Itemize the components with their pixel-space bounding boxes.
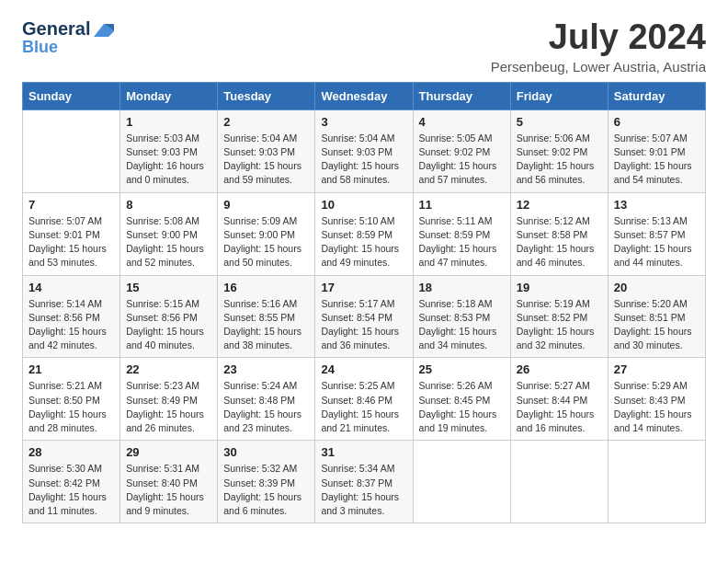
day-header-sunday: Sunday: [23, 82, 120, 109]
day-number: 21: [28, 362, 114, 376]
calendar-cell: 7Sunrise: 5:07 AM Sunset: 9:01 PM Daylig…: [23, 192, 120, 275]
day-number: 31: [321, 445, 406, 459]
calendar-cell: 18Sunrise: 5:18 AM Sunset: 8:53 PM Dayli…: [413, 275, 510, 358]
calendar-header-row: SundayMondayTuesdayWednesdayThursdayFrid…: [23, 82, 706, 109]
calendar-cell: [510, 441, 608, 523]
day-number: 30: [223, 445, 309, 459]
day-info: Sunrise: 5:12 AM Sunset: 8:58 PM Dayligh…: [517, 214, 602, 270]
day-info: Sunrise: 5:16 AM Sunset: 8:55 PM Dayligh…: [223, 297, 309, 353]
day-number: 16: [223, 281, 309, 294]
day-info: Sunrise: 5:07 AM Sunset: 9:01 PM Dayligh…: [28, 214, 114, 270]
calendar-cell: 28Sunrise: 5:30 AM Sunset: 8:42 PM Dayli…: [23, 441, 120, 523]
day-number: 22: [126, 362, 211, 376]
calendar-cell: [23, 109, 120, 192]
day-number: 23: [223, 362, 309, 376]
month-title: July 2024: [491, 18, 706, 57]
calendar-cell: 6Sunrise: 5:07 AM Sunset: 9:01 PM Daylig…: [608, 109, 705, 192]
calendar-cell: 9Sunrise: 5:09 AM Sunset: 9:00 PM Daylig…: [218, 192, 315, 275]
logo-text: General: [22, 18, 116, 39]
day-info: Sunrise: 5:14 AM Sunset: 8:56 PM Dayligh…: [28, 297, 114, 353]
day-info: Sunrise: 5:34 AM Sunset: 8:37 PM Dayligh…: [321, 462, 406, 518]
calendar-cell: 13Sunrise: 5:13 AM Sunset: 8:57 PM Dayli…: [608, 192, 705, 275]
day-number: 29: [126, 445, 211, 459]
day-number: 2: [223, 115, 309, 129]
calendar-cell: 22Sunrise: 5:23 AM Sunset: 8:49 PM Dayli…: [120, 358, 218, 441]
calendar-cell: 15Sunrise: 5:15 AM Sunset: 8:56 PM Dayli…: [120, 275, 218, 358]
logo-blue: Blue: [22, 38, 58, 56]
day-header-thursday: Thursday: [413, 82, 510, 109]
week-row-3: 14Sunrise: 5:14 AM Sunset: 8:56 PM Dayli…: [23, 275, 706, 358]
day-number: 9: [223, 198, 309, 212]
calendar-cell: 17Sunrise: 5:17 AM Sunset: 8:54 PM Dayli…: [315, 275, 413, 358]
day-info: Sunrise: 5:32 AM Sunset: 8:39 PM Dayligh…: [223, 462, 309, 518]
day-info: Sunrise: 5:10 AM Sunset: 8:59 PM Dayligh…: [321, 214, 406, 270]
calendar-cell: 2Sunrise: 5:04 AM Sunset: 9:03 PM Daylig…: [218, 109, 315, 192]
day-info: Sunrise: 5:25 AM Sunset: 8:46 PM Dayligh…: [321, 379, 406, 435]
calendar-cell: 29Sunrise: 5:31 AM Sunset: 8:40 PM Dayli…: [120, 441, 218, 523]
day-number: 15: [126, 281, 211, 294]
calendar-cell: 1Sunrise: 5:03 AM Sunset: 9:03 PM Daylig…: [120, 109, 218, 192]
calendar-cell: 21Sunrise: 5:21 AM Sunset: 8:50 PM Dayli…: [23, 358, 120, 441]
day-number: 6: [614, 115, 700, 129]
day-header-saturday: Saturday: [608, 82, 705, 109]
day-number: 20: [614, 281, 700, 294]
day-info: Sunrise: 5:18 AM Sunset: 8:53 PM Dayligh…: [419, 297, 505, 353]
day-number: 10: [321, 198, 406, 212]
day-info: Sunrise: 5:23 AM Sunset: 8:49 PM Dayligh…: [126, 379, 211, 435]
day-number: 13: [614, 198, 700, 212]
calendar-cell: 16Sunrise: 5:16 AM Sunset: 8:55 PM Dayli…: [218, 275, 315, 358]
day-info: Sunrise: 5:26 AM Sunset: 8:45 PM Dayligh…: [419, 379, 505, 435]
calendar-cell: 4Sunrise: 5:05 AM Sunset: 9:02 PM Daylig…: [413, 109, 510, 192]
day-info: Sunrise: 5:11 AM Sunset: 8:59 PM Dayligh…: [419, 214, 505, 270]
day-info: Sunrise: 5:20 AM Sunset: 8:51 PM Dayligh…: [614, 297, 700, 353]
day-number: 1: [126, 115, 211, 129]
logo-icon: [92, 22, 116, 39]
day-header-tuesday: Tuesday: [218, 82, 315, 109]
day-number: 5: [517, 115, 602, 129]
location-subtitle: Persenbeug, Lower Austria, Austria: [491, 59, 706, 75]
calendar-cell: 20Sunrise: 5:20 AM Sunset: 8:51 PM Dayli…: [608, 275, 705, 358]
page-header: General Blue July 2024 Persenbeug, Lower…: [22, 18, 706, 75]
calendar-cell: 10Sunrise: 5:10 AM Sunset: 8:59 PM Dayli…: [315, 192, 413, 275]
week-row-1: 1Sunrise: 5:03 AM Sunset: 9:03 PM Daylig…: [23, 109, 706, 192]
week-row-5: 28Sunrise: 5:30 AM Sunset: 8:42 PM Dayli…: [23, 441, 706, 523]
day-number: 7: [28, 198, 114, 212]
calendar-cell: 24Sunrise: 5:25 AM Sunset: 8:46 PM Dayli…: [315, 358, 413, 441]
day-header-wednesday: Wednesday: [315, 82, 413, 109]
week-row-2: 7Sunrise: 5:07 AM Sunset: 9:01 PM Daylig…: [23, 192, 706, 275]
day-info: Sunrise: 5:03 AM Sunset: 9:03 PM Dayligh…: [126, 132, 211, 188]
day-info: Sunrise: 5:04 AM Sunset: 9:03 PM Dayligh…: [223, 132, 309, 188]
day-info: Sunrise: 5:24 AM Sunset: 8:48 PM Dayligh…: [223, 379, 309, 435]
day-number: 3: [321, 115, 406, 129]
day-number: 24: [321, 362, 406, 376]
calendar-cell: 12Sunrise: 5:12 AM Sunset: 8:58 PM Dayli…: [510, 192, 608, 275]
day-number: 18: [419, 281, 505, 294]
day-number: 4: [419, 115, 505, 129]
calendar-cell: 5Sunrise: 5:06 AM Sunset: 9:02 PM Daylig…: [510, 109, 608, 192]
calendar-cell: 19Sunrise: 5:19 AM Sunset: 8:52 PM Dayli…: [510, 275, 608, 358]
calendar-cell: 3Sunrise: 5:04 AM Sunset: 9:03 PM Daylig…: [315, 109, 413, 192]
calendar-cell: 25Sunrise: 5:26 AM Sunset: 8:45 PM Dayli…: [413, 358, 510, 441]
day-info: Sunrise: 5:29 AM Sunset: 8:43 PM Dayligh…: [614, 379, 700, 435]
title-block: July 2024 Persenbeug, Lower Austria, Aus…: [491, 18, 706, 75]
day-info: Sunrise: 5:17 AM Sunset: 8:54 PM Dayligh…: [321, 297, 406, 353]
day-number: 19: [517, 281, 602, 294]
day-header-monday: Monday: [120, 82, 218, 109]
calendar-cell: 11Sunrise: 5:11 AM Sunset: 8:59 PM Dayli…: [413, 192, 510, 275]
day-info: Sunrise: 5:06 AM Sunset: 9:02 PM Dayligh…: [517, 132, 602, 188]
day-number: 25: [419, 362, 505, 376]
day-number: 8: [126, 198, 211, 212]
calendar-cell: [413, 441, 510, 523]
week-row-4: 21Sunrise: 5:21 AM Sunset: 8:50 PM Dayli…: [23, 358, 706, 441]
calendar-cell: 30Sunrise: 5:32 AM Sunset: 8:39 PM Dayli…: [218, 441, 315, 523]
calendar-cell: 14Sunrise: 5:14 AM Sunset: 8:56 PM Dayli…: [23, 275, 120, 358]
calendar-cell: [608, 441, 705, 523]
day-info: Sunrise: 5:15 AM Sunset: 8:56 PM Dayligh…: [126, 297, 211, 353]
calendar-table: SundayMondayTuesdayWednesdayThursdayFrid…: [22, 82, 706, 523]
day-info: Sunrise: 5:31 AM Sunset: 8:40 PM Dayligh…: [126, 462, 211, 518]
day-number: 12: [517, 198, 602, 212]
day-info: Sunrise: 5:19 AM Sunset: 8:52 PM Dayligh…: [517, 297, 602, 353]
calendar-body: 1Sunrise: 5:03 AM Sunset: 9:03 PM Daylig…: [23, 109, 706, 523]
calendar-cell: 8Sunrise: 5:08 AM Sunset: 9:00 PM Daylig…: [120, 192, 218, 275]
day-number: 27: [614, 362, 700, 376]
